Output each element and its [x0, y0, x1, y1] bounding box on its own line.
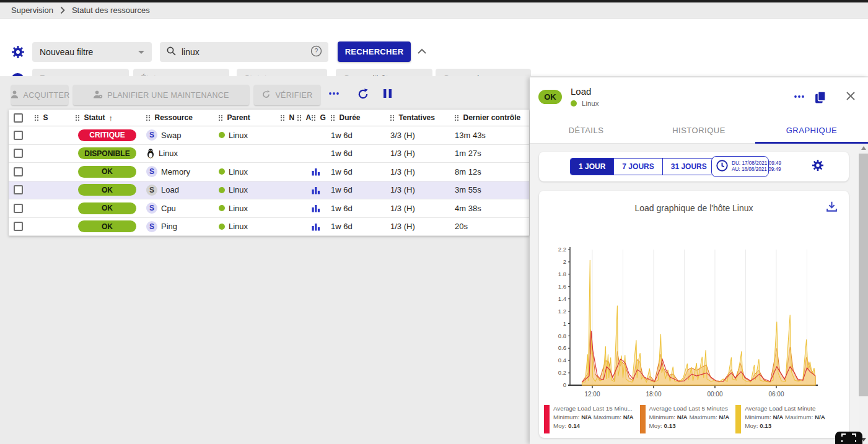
svg-text:1.8: 1.8	[558, 271, 566, 277]
search-input[interactable]	[182, 47, 305, 57]
column-header-tries[interactable]: Tentatives	[385, 113, 450, 122]
tab-details[interactable]: DÉTAILS	[530, 117, 642, 143]
column-header-g[interactable]: G	[309, 113, 326, 122]
custom-period-button[interactable]: DU: 17/08/2021 09:49 AU: 18/08/2021 09:4…	[711, 156, 769, 177]
graph-icon[interactable]	[312, 222, 320, 231]
table-row[interactable]: OK SPing Linux 1w 6d 1/3 (H) 20s	[9, 218, 529, 237]
close-panel-icon[interactable]	[846, 91, 856, 103]
table-row[interactable]: OK SCpu Linux 1w 6d 1/3 (H) 4m 38s	[9, 199, 529, 218]
last-check-cell: 20s	[450, 222, 529, 231]
panel-content: 1 JOUR 7 JOURS 31 JOURS DU: 17/08/2021 0…	[530, 144, 868, 444]
search-button[interactable]: RECHERCHER	[338, 41, 411, 62]
chevron-down-icon	[138, 51, 144, 54]
collapse-filters-chevron-up-icon[interactable]	[417, 46, 428, 55]
legend-item-load1[interactable]: Average Load Last Minute Minimum: N/A Ma…	[735, 405, 825, 433]
row-checkbox[interactable]	[14, 131, 23, 140]
parent-name[interactable]: Linux	[229, 167, 248, 176]
panel-tabs: DÉTAILS HISTORIQUE GRAPHIQUE	[530, 117, 868, 144]
resource-name[interactable]: Swap	[161, 131, 182, 140]
row-checkbox[interactable]	[14, 185, 23, 194]
resource-icon-slot: S	[146, 185, 157, 196]
host-status-dot	[571, 100, 577, 107]
resources-table-body: CRITIQUE SSwap Linux 1w 6d 3/3 (H) 13m 4…	[9, 126, 529, 236]
breadcrumb-item-supervision[interactable]: Supervision	[11, 6, 53, 15]
scrollbar-up-arrow[interactable]	[861, 146, 866, 150]
more-actions-icon[interactable]	[327, 88, 341, 101]
scrollbar-thumb[interactable]	[859, 154, 868, 396]
load-graph[interactable]: 00.20.40.60.811.21.41.61.822.212:0018:00…	[548, 243, 839, 399]
drag-handle-icon[interactable]	[390, 115, 394, 121]
panel-scrollbar[interactable]	[859, 144, 868, 444]
pause-icon[interactable]	[383, 88, 393, 101]
last-check-cell: 3m 55s	[450, 185, 529, 194]
drag-handle-icon[interactable]	[312, 115, 315, 121]
svg-text:18:00: 18:00	[646, 391, 661, 398]
saved-filter-select[interactable]: Nouveau filtre	[32, 42, 152, 62]
graph-icon[interactable]	[312, 186, 320, 194]
panel-more-icon[interactable]	[792, 91, 806, 104]
graph-icon[interactable]	[312, 167, 320, 176]
search-box[interactable]: ?	[160, 42, 328, 62]
legend-item-load15[interactable]: Average Load Last 15 Minu... Minimum: N/…	[544, 405, 634, 433]
resource-name[interactable]: Cpu	[161, 204, 176, 213]
parent-name[interactable]: Linux	[229, 131, 248, 140]
filter-settings-gear-icon[interactable]	[11, 45, 25, 59]
downtime-button[interactable]: PLANIFIER UNE MAINTENANCE	[73, 85, 249, 105]
range-7days-button[interactable]: 7 JOURS	[613, 159, 662, 175]
table-row[interactable]: DISPONIBLE Linux 1w 6d 1/3 (H) 1m 27s	[9, 145, 529, 163]
drag-handle-icon[interactable]	[281, 115, 284, 121]
column-header-last-check[interactable]: Dernier contrôle	[450, 113, 529, 122]
column-header-resource[interactable]: Ressource	[141, 113, 214, 122]
drag-handle-icon[interactable]	[35, 115, 38, 121]
drag-handle-icon[interactable]	[331, 115, 335, 121]
row-checkbox[interactable]	[14, 149, 23, 158]
row-checkbox[interactable]	[14, 222, 23, 231]
duration-cell: 1w 6d	[326, 204, 385, 213]
graph-settings-gear-icon[interactable]	[812, 159, 824, 172]
parent-name[interactable]: Linux	[229, 204, 248, 213]
select-all-checkbox[interactable]	[14, 113, 23, 123]
graph-icon[interactable]	[312, 204, 320, 212]
drag-handle-icon[interactable]	[455, 115, 458, 121]
column-header-a[interactable]: A	[292, 113, 309, 122]
person-icon	[10, 90, 19, 101]
refresh-icon[interactable]	[357, 88, 369, 102]
tries-cell: 1/3 (H)	[385, 222, 450, 231]
drag-handle-icon[interactable]	[219, 115, 222, 121]
copy-link-icon[interactable]	[815, 91, 826, 106]
column-header-duration[interactable]: Durée	[326, 113, 385, 122]
drag-handle-icon[interactable]	[146, 115, 150, 121]
row-checkbox[interactable]	[14, 204, 23, 213]
range-31days-button[interactable]: 31 JOURS	[662, 159, 715, 175]
tab-graph[interactable]: GRAPHIQUE	[755, 117, 868, 143]
table-row[interactable]: CRITIQUE SSwap Linux 1w 6d 3/3 (H) 13m 4…	[9, 126, 529, 145]
column-header-severity[interactable]: S	[30, 113, 73, 122]
column-header-n[interactable]: N	[276, 113, 292, 122]
resource-name[interactable]: Memory	[161, 167, 190, 176]
acknowledge-button[interactable]: ACQUITTER	[11, 85, 68, 105]
resource-detail-panel: OK Load Linux DÉTAILS HISTORIQUE GRAPHIQ…	[530, 77, 868, 444]
range-1day-button[interactable]: 1 JOUR	[571, 159, 613, 175]
period-from-label: DU:	[732, 160, 740, 166]
row-checkbox[interactable]	[14, 167, 23, 176]
table-row[interactable]: OK SLoad Linux 1w 6d 1/3 (H) 3m 55s	[9, 181, 529, 200]
table-row[interactable]: OK SMemory Linux 1w 6d 1/3 (H) 8m 12s	[9, 163, 529, 181]
drag-handle-icon[interactable]	[76, 115, 79, 121]
parent-name[interactable]: Linux	[229, 185, 248, 194]
breadcrumb-item-resource-status[interactable]: Statut des ressources	[72, 6, 150, 15]
parent-name[interactable]: Linux	[229, 222, 248, 231]
breadcrumb: Supervision Statut des ressources	[0, 2, 868, 19]
resource-name[interactable]: Load	[161, 185, 179, 194]
column-header-parent[interactable]: Parent	[214, 113, 276, 122]
sort-asc-icon[interactable]: ↑	[109, 113, 113, 123]
drag-handle-icon[interactable]	[297, 115, 301, 121]
column-header-status[interactable]: Statut↑	[73, 113, 141, 123]
legend-item-load5[interactable]: Average Load Last 5 Minutes Minimum: N/A…	[640, 405, 730, 433]
download-icon[interactable]	[825, 201, 838, 213]
tab-history[interactable]: HISTORIQUE	[642, 117, 755, 143]
check-button[interactable]: VÉRIFIER	[254, 85, 320, 105]
resource-name[interactable]: Linux	[159, 149, 178, 158]
help-icon[interactable]: ?	[310, 45, 322, 59]
column-label: Tentatives	[399, 113, 435, 122]
resource-name[interactable]: Ping	[161, 222, 177, 231]
